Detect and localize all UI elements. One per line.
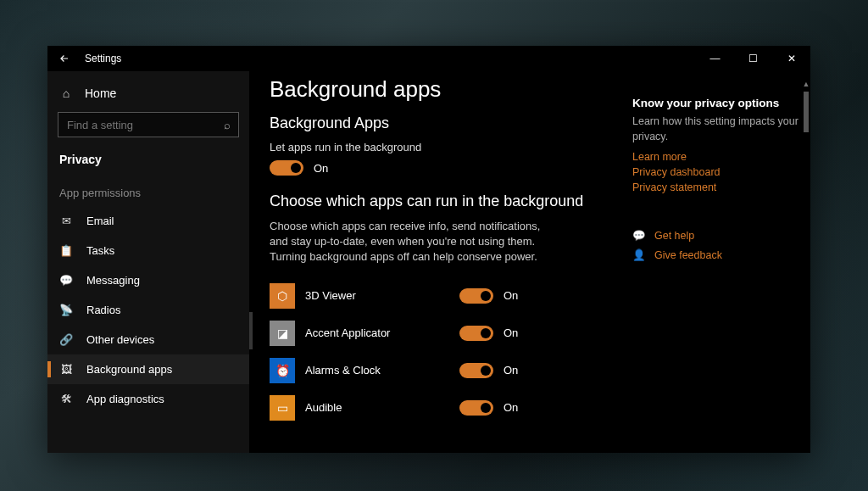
- app-row: ◪Accent ApplicatorOn: [270, 315, 615, 352]
- aside-title: Know your privacy options: [632, 97, 802, 109]
- nav-icon: 🛠: [59, 393, 73, 405]
- aside-action[interactable]: 👤Give feedback: [632, 248, 802, 261]
- aside-column: Know your privacy options Learn how this…: [632, 71, 810, 453]
- nav-label: App diagnostics: [86, 393, 164, 405]
- section-heading-2: Choose which apps can run in the backgro…: [270, 192, 615, 210]
- content-area: Background apps Background Apps Let apps…: [249, 71, 810, 453]
- app-name: Accent Applicator: [305, 326, 449, 339]
- app-row: ⏰Alarms & ClockOn: [270, 352, 615, 389]
- sidebar-item-email[interactable]: ✉Email: [47, 206, 249, 236]
- app-toggle-state: On: [504, 326, 518, 339]
- category-label: Privacy: [47, 146, 249, 171]
- page-title: Background apps: [270, 76, 615, 103]
- nav-label: Messaging: [86, 274, 140, 287]
- app-icon: ⬡: [270, 283, 295, 309]
- app-name: 3D Viewer: [305, 289, 449, 302]
- home-nav[interactable]: ⌂ Home: [47, 80, 249, 107]
- nav-icon: 🔗: [59, 333, 73, 346]
- sidebar: ⌂ Home ⌕ Privacy App permissions ✉Email📋…: [47, 71, 249, 453]
- scroll-up-icon[interactable]: ▲: [802, 80, 810, 88]
- sidebar-item-background-apps[interactable]: 🖼Background apps: [47, 354, 249, 384]
- back-button[interactable]: [47, 46, 81, 71]
- master-toggle-state: On: [314, 162, 328, 175]
- action-label: Give feedback: [654, 249, 722, 261]
- nav-label: Radios: [86, 304, 120, 316]
- nav-icon: 🖼: [59, 363, 73, 376]
- action-icon: 💬: [632, 229, 644, 242]
- app-name: Audible: [305, 401, 449, 414]
- home-icon: ⌂: [59, 86, 73, 100]
- app-icon: ⏰: [270, 358, 295, 383]
- settings-window: Settings — ☐ ✕ ⌂ Home ⌕ Privacy App perm…: [47, 46, 810, 453]
- master-toggle-caption: Let apps run in the background: [270, 141, 615, 153]
- nav-label: Tasks: [86, 244, 114, 257]
- pane-divider: [249, 312, 253, 349]
- section-label: App permissions: [47, 171, 249, 206]
- app-name: Alarms & Clock: [305, 364, 449, 377]
- search-icon: ⌕: [224, 119, 231, 131]
- master-toggle[interactable]: [270, 160, 303, 176]
- app-icon: ◪: [270, 321, 295, 346]
- aside-link[interactable]: Learn more: [632, 151, 802, 163]
- aside-link[interactable]: Privacy statement: [632, 181, 802, 193]
- app-row: ▭AudibleOn: [270, 389, 615, 427]
- master-toggle-row: On: [270, 160, 615, 176]
- aside-desc: Learn how this setting impacts your priv…: [632, 114, 802, 144]
- search-container: ⌕: [58, 112, 239, 137]
- app-toggle[interactable]: [459, 326, 493, 341]
- window-controls: — ☐ ✕: [696, 46, 810, 71]
- app-toggle[interactable]: [459, 400, 493, 416]
- home-label: Home: [85, 86, 116, 100]
- maximize-button[interactable]: ☐: [734, 46, 772, 71]
- main-column: Background apps Background Apps Let apps…: [249, 71, 632, 453]
- aside-link[interactable]: Privacy dashboard: [632, 166, 802, 178]
- section-description: Choose which apps can receive info, send…: [270, 219, 558, 265]
- app-toggle-state: On: [504, 401, 518, 414]
- app-toggle[interactable]: [459, 288, 493, 304]
- minimize-button[interactable]: —: [696, 46, 734, 71]
- app-row: ⬡3D ViewerOn: [270, 277, 615, 315]
- app-toggle[interactable]: [459, 363, 493, 378]
- action-icon: 👤: [632, 248, 644, 261]
- nav-icon: 💬: [59, 274, 73, 287]
- nav-label: Background apps: [86, 363, 172, 376]
- sidebar-item-messaging[interactable]: 💬Messaging: [47, 265, 249, 295]
- scrollbar[interactable]: ▲: [802, 92, 810, 453]
- app-toggle-state: On: [504, 364, 518, 377]
- nav-icon: 📡: [59, 304, 73, 316]
- sidebar-item-radios[interactable]: 📡Radios: [47, 295, 249, 325]
- nav-icon: ✉: [59, 215, 73, 227]
- sidebar-item-tasks[interactable]: 📋Tasks: [47, 236, 249, 265]
- close-button[interactable]: ✕: [772, 46, 810, 71]
- app-toggle-state: On: [504, 289, 518, 302]
- window-title: Settings: [85, 53, 121, 64]
- search-input[interactable]: [58, 112, 239, 137]
- sidebar-item-app-diagnostics[interactable]: 🛠App diagnostics: [47, 384, 249, 414]
- action-label: Get help: [654, 230, 694, 242]
- scroll-thumb[interactable]: [804, 92, 809, 132]
- titlebar: Settings — ☐ ✕: [47, 46, 810, 71]
- section-heading-1: Background Apps: [270, 114, 615, 132]
- sidebar-item-other-devices[interactable]: 🔗Other devices: [47, 325, 249, 354]
- app-icon: ▭: [270, 395, 295, 421]
- nav-label: Other devices: [86, 333, 154, 346]
- nav-icon: 📋: [59, 244, 73, 257]
- nav-label: Email: [86, 215, 114, 227]
- aside-action[interactable]: 💬Get help: [632, 229, 802, 242]
